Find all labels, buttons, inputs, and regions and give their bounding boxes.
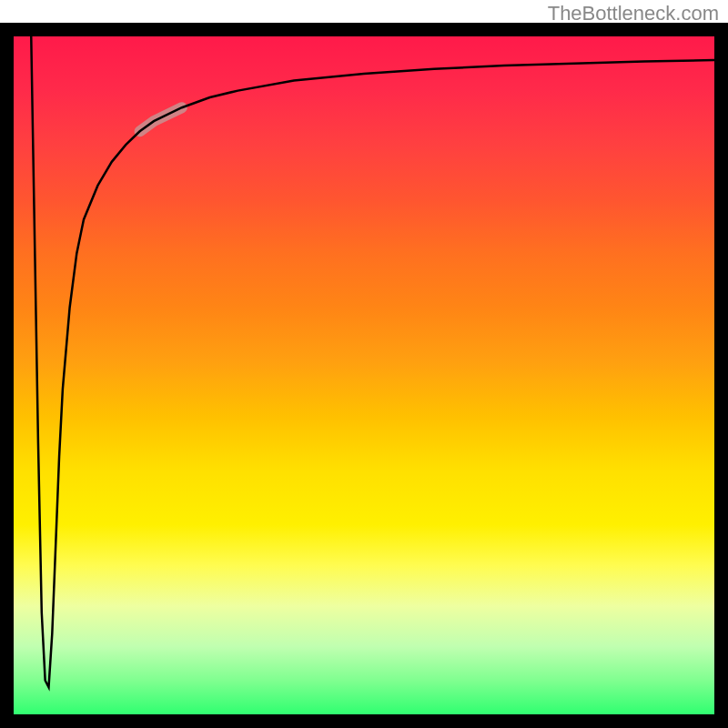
chart-frame [0, 23, 728, 728]
bottleneck-curve-line [31, 36, 714, 687]
plot-area [14, 36, 714, 714]
curve-svg [14, 36, 714, 714]
watermark-text: TheBottleneck.com [548, 2, 719, 25]
